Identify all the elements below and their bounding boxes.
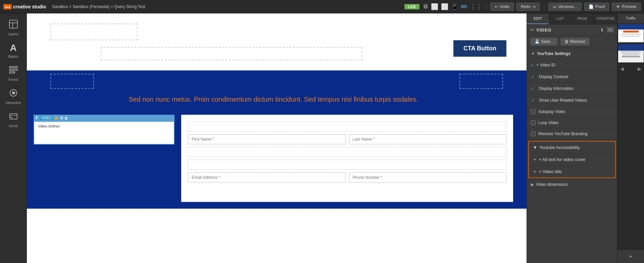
page-content: CTA Button Sed non nunc metus. Proin con… [27, 13, 527, 263]
autoplay-video-item[interactable]: Autoplay Video [527, 106, 617, 117]
grid-icon[interactable]: ⋮⋮ [470, 3, 482, 10]
mobile-icon[interactable]: 📱 [451, 3, 458, 10]
video-dimensions-label: Video dimensions [536, 182, 568, 187]
plus-icon-alt-text: + [534, 157, 536, 162]
dashed-blue-1 [50, 74, 94, 89]
id-icon[interactable]: ID [607, 27, 614, 33]
download-icon[interactable]: ⬇ [600, 27, 604, 33]
thumbnail-1[interactable] [618, 24, 644, 42]
youtube-accessibility-body: + + Alt text for video cover + + Video t… [529, 153, 615, 177]
youtube-settings-header[interactable]: ▼ YouTube Settings [527, 48, 617, 59]
sidebar-item-layout[interactable]: Layout [1, 17, 26, 39]
form-row-names [188, 134, 506, 144]
check-display-controls: ✓ [531, 74, 536, 80]
device-icons: 🖥 ⬜ ⬜ 📱 MD ⋮⋮ [422, 3, 482, 10]
section-white: CTA Button [27, 13, 527, 70]
sidebar-item-forms[interactable]: Forms [1, 62, 26, 84]
pencil-icon: ✏ [530, 27, 534, 33]
redo-button[interactable]: Redo ↪ [516, 3, 540, 11]
phone-input[interactable] [349, 172, 507, 182]
video-icon-2[interactable]: ⊞ [60, 116, 63, 120]
youtube-accessibility-title: Youtube Accessibility [539, 145, 580, 150]
tab-list[interactable]: LIST [549, 13, 571, 24]
sidebar-item-social[interactable]: Social [1, 109, 26, 130]
remove-branding-item[interactable]: Remove YouTube Branding [527, 128, 617, 139]
thumbnail-scroll-arrows: ◀ ▶ [617, 65, 644, 73]
show-user-related-item[interactable]: ✓ Show User Related Videos [527, 95, 617, 106]
panel-actions: 💾 Save... 🗑 Remove [527, 36, 617, 48]
md-label: MD [461, 4, 467, 9]
youtube-settings-arrow: ▼ [531, 51, 535, 56]
video-id-label: + Video ID [536, 63, 555, 67]
panel-title: VIDEO [536, 28, 598, 33]
form-dashed-row-3 [188, 160, 506, 170]
alt-text-item[interactable]: + + Alt text for video cover [529, 153, 615, 165]
cta-button[interactable]: CTA Button [453, 40, 506, 57]
youtube-accessibility-section: ▼ Youtube Accessibility + + Alt text for… [528, 141, 616, 178]
live-badge: LIVE [404, 4, 419, 9]
separator2 [544, 3, 544, 10]
dashed-blue-2 [459, 74, 503, 89]
sidebar-item-interactive[interactable]: Interactive [1, 86, 26, 107]
email-input[interactable] [188, 172, 346, 182]
tab-creative[interactable]: CREATIVE [594, 13, 617, 24]
main-layout: Layout A Basics Forms Interactive Social [0, 13, 644, 263]
form-dashed-row-2 [188, 147, 506, 157]
app-logo: ion creative studio [3, 4, 46, 9]
panel-scroll: ▼ YouTube Settings + + Video ID ✓ Displa… [527, 48, 617, 263]
traffic-button[interactable]: Traffic [617, 13, 644, 23]
tab-page[interactable]: PAGE [572, 13, 594, 24]
first-name-input[interactable] [188, 134, 346, 144]
add-page-button[interactable]: + [617, 250, 644, 263]
loop-video-item[interactable]: Loop Video [527, 117, 617, 128]
video-block-wrapper: ⬆ VIDEO 🔒 ⊞ 🗑 Video (Inline) [34, 115, 513, 202]
display-controls-item[interactable]: ✓ Display Controls [527, 71, 617, 83]
scroll-right-arrow[interactable]: ▶ [638, 66, 641, 71]
breadcrumb: Sandbox > Sandbox (Fernanda) > Query Str… [52, 4, 402, 9]
video-dimensions-item[interactable]: ▶ Video dimensions [527, 179, 617, 190]
video-move-icon[interactable]: ⬆ [35, 116, 38, 120]
social-icon [9, 111, 18, 123]
scroll-left-arrow[interactable]: ◀ [620, 66, 624, 71]
svg-rect-8 [10, 114, 17, 119]
dashed-box-1 [50, 23, 138, 40]
desktop-icon[interactable]: 🖥 [422, 3, 428, 10]
last-name-input[interactable] [349, 134, 507, 144]
proof-button[interactable]: 📄 Proof [584, 3, 609, 11]
video-block: Video (Inline) [34, 121, 175, 145]
display-information-item[interactable]: ✓ Display Information [527, 83, 617, 95]
video-inline-label: Video (Inline) [36, 123, 172, 129]
video-content-area [34, 130, 174, 142]
sidebar-item-forms-label: Forms [8, 78, 18, 82]
svg-rect-3 [9, 66, 17, 68]
thumbnails-panel: Traffic ◀ ▶ + [617, 13, 644, 263]
video-title-item[interactable]: + + Video title [529, 165, 615, 177]
video-icon-1[interactable]: 🔒 [54, 116, 59, 120]
remove-button[interactable]: 🗑 Remove [560, 38, 590, 46]
preview-button[interactable]: 👁 Preview [612, 3, 641, 11]
undo-button[interactable]: ↩ Undo [490, 3, 514, 11]
svg-rect-0 [9, 20, 17, 28]
ion-brand: ion [3, 4, 12, 9]
video-icon-3[interactable]: 🗑 [64, 116, 68, 120]
check-user-related: ✓ [531, 98, 536, 103]
form-dashed-row-1 [188, 121, 506, 132]
tablet-portrait-icon[interactable]: ⬜ [441, 3, 448, 10]
youtube-accessibility-header[interactable]: ▼ Youtube Accessibility [529, 142, 615, 153]
remove-label: Remove [570, 39, 585, 44]
video-toolbar: ⬆ VIDEO 🔒 ⊞ 🗑 [34, 115, 175, 121]
tablet-landscape-icon[interactable]: ⬜ [431, 3, 438, 10]
versions-button[interactable]: 🗂 Versions... [548, 3, 582, 11]
form-row-contact [188, 172, 506, 182]
thumbnail-2[interactable] [618, 44, 644, 62]
sidebar-item-basics[interactable]: A Basics [1, 40, 26, 61]
dimensions-arrow: ▶ [531, 182, 534, 187]
show-user-related-label: Show User Related Videos [539, 98, 587, 103]
checkbox-remove-branding [531, 132, 536, 136]
sidebar-item-social-label: Social [9, 124, 18, 128]
panel-tabs: EDIT LIST PAGE CREATIVE [527, 13, 617, 24]
video-id-item[interactable]: + + Video ID [527, 59, 617, 71]
save-button[interactable]: 💾 Save... [530, 38, 558, 46]
form-area [181, 115, 513, 202]
tab-edit[interactable]: EDIT [527, 13, 549, 24]
